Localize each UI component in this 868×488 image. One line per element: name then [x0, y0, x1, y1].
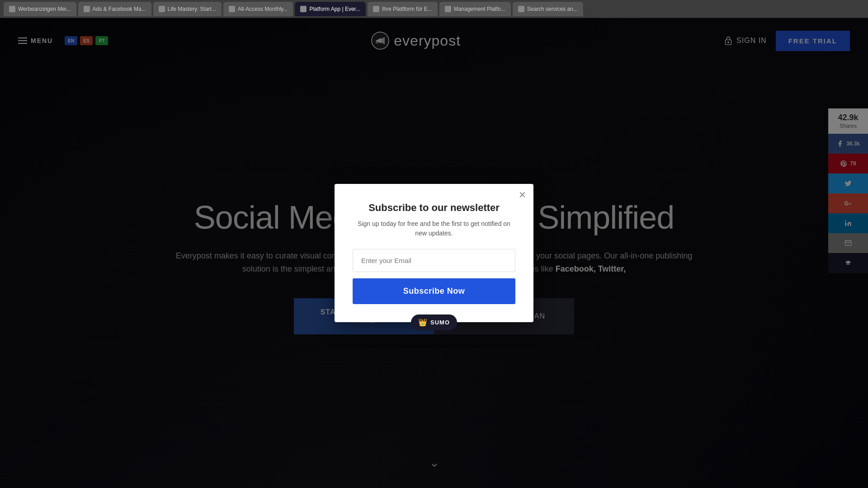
newsletter-modal: ✕ Subscribe to our newsletter Sign up to…: [335, 184, 533, 322]
main-page: MENU EN ES PT everypost: [0, 18, 868, 488]
modal-overlay[interactable]: ✕ Subscribe to our newsletter Sign up to…: [0, 18, 868, 488]
tab-6[interactable]: Ihre Plattform für E...: [368, 2, 438, 16]
tab-4[interactable]: All-Access Monthly...: [223, 2, 293, 16]
tab-5-active[interactable]: Platform App | Ever...: [295, 2, 366, 16]
tab-2[interactable]: Ads & Facebook Ma...: [78, 2, 151, 16]
tab-favicon-4: [229, 6, 235, 12]
tab-favicon-2: [84, 6, 90, 12]
tab-8[interactable]: Search services an...: [513, 2, 583, 16]
tab-favicon-5: [300, 6, 307, 12]
tab-3[interactable]: Life Mastery: Start...: [153, 2, 222, 16]
subscribe-button[interactable]: Subscribe Now: [353, 278, 515, 304]
email-input[interactable]: [353, 249, 515, 272]
tab-favicon-1: [9, 6, 15, 12]
sumo-crown-icon: 👑: [418, 318, 428, 327]
sumo-badge: 👑 SUMO: [411, 314, 457, 330]
tab-favicon-7: [445, 6, 451, 12]
tab-favicon-8: [518, 6, 524, 12]
browser-tabs: Werbeanzeigen Mei... Ads & Facebook Ma..…: [0, 0, 868, 18]
modal-subtitle: Sign up today for free and be the first …: [353, 219, 515, 238]
tab-favicon-6: [373, 6, 379, 12]
tab-favicon-3: [159, 6, 165, 12]
modal-title: Subscribe to our newsletter: [353, 202, 515, 214]
tab-1[interactable]: Werbeanzeigen Mei...: [4, 2, 76, 16]
modal-close-button[interactable]: ✕: [519, 190, 526, 199]
tab-7[interactable]: Management Platfo...: [439, 2, 511, 16]
